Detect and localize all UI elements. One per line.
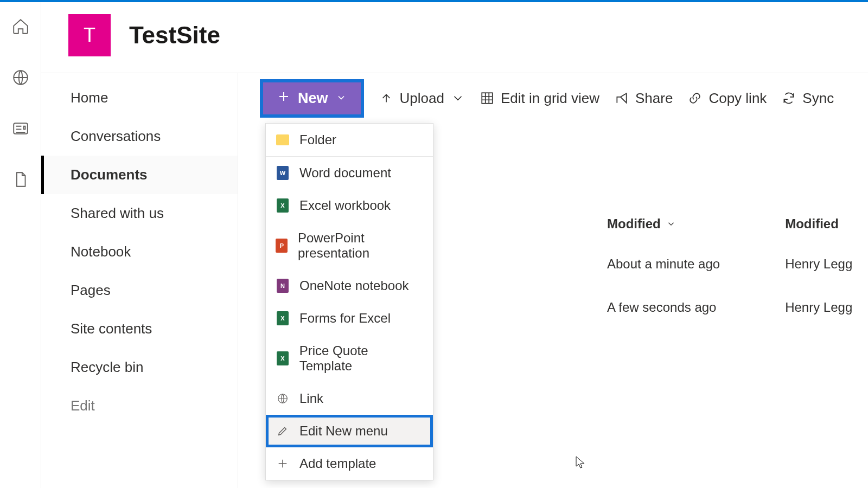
sidenav-item-site-contents[interactable]: Site contents (41, 310, 238, 348)
new-option-excel[interactable]: X Excel workbook (266, 189, 433, 222)
cell-modified-by[interactable]: Henry Legg (785, 300, 852, 318)
chevron-down-icon (336, 90, 347, 107)
plus-icon (277, 90, 290, 107)
cell-modified-by[interactable]: Henry Legg (785, 256, 852, 275)
word-icon: W (276, 166, 290, 180)
site-logo[interactable]: T (68, 14, 111, 56)
new-option-template-price-quote[interactable]: X Price Quote Template (266, 335, 433, 382)
new-option-add-template[interactable]: Add template (266, 447, 433, 480)
sidenav-item-notebook[interactable]: Notebook (41, 233, 238, 271)
plus-icon (276, 457, 290, 471)
share-label: Share (635, 90, 673, 107)
new-option-word[interactable]: W Word document (266, 157, 433, 189)
cell-modified[interactable]: A few seconds ago (607, 300, 720, 318)
site-title[interactable]: TestSite (129, 22, 220, 49)
new-button-highlight: New (260, 79, 364, 118)
new-option-folder[interactable]: Folder (266, 124, 433, 157)
sidenav: Home Conversations Documents Shared with… (41, 73, 238, 488)
opt-label: Edit New menu (299, 423, 388, 439)
sync-label: Sync (802, 90, 834, 107)
chevron-down-icon (666, 219, 676, 229)
grid-label: Edit in grid view (501, 90, 599, 107)
site-header: T TestSite (41, 2, 868, 73)
new-option-forms[interactable]: X Forms for Excel (266, 302, 433, 335)
excel-icon: X (276, 198, 290, 213)
globe-icon (276, 391, 290, 406)
col-label: Modified (785, 216, 839, 232)
opt-label: Link (299, 391, 323, 406)
new-button-label: New (298, 90, 328, 107)
edit-in-grid-button[interactable]: Edit in grid view (480, 90, 599, 107)
column-modified[interactable]: Modified (607, 216, 676, 232)
opt-label: Word document (299, 165, 391, 181)
excel-icon: X (276, 351, 290, 365)
col-label: Modified (607, 216, 661, 232)
sidenav-item-pages[interactable]: Pages (41, 271, 238, 310)
cell-modified[interactable]: About a minute ago (607, 256, 720, 275)
new-option-edit-menu[interactable]: Edit New menu (266, 415, 433, 447)
opt-label: PowerPoint presentation (298, 230, 423, 261)
opt-label: OneNote notebook (299, 278, 409, 293)
globe-icon[interactable] (11, 68, 30, 89)
command-bar: New Upload Edit in grid view (260, 83, 868, 113)
sidenav-edit-link[interactable]: Edit (41, 387, 238, 414)
upload-label: Upload (400, 90, 444, 107)
opt-label: Excel workbook (299, 198, 391, 213)
sidenav-item-documents[interactable]: Documents (41, 156, 238, 194)
column-modified-by[interactable]: Modified (785, 216, 839, 232)
excel-icon: X (276, 311, 290, 325)
app-leftrail (0, 2, 41, 488)
upload-button[interactable]: Upload (379, 90, 465, 107)
new-option-powerpoint[interactable]: P PowerPoint presentation (266, 222, 433, 269)
copy-link-button[interactable]: Copy link (688, 90, 767, 107)
copy-label: Copy link (709, 90, 767, 107)
news-icon[interactable] (11, 119, 30, 140)
chevron-down-icon (451, 91, 465, 105)
pencil-icon (276, 424, 290, 438)
share-button[interactable]: Share (615, 90, 673, 107)
cursor-icon (576, 456, 586, 470)
sidenav-item-recycle-bin[interactable]: Recycle bin (41, 348, 238, 387)
sync-button[interactable]: Sync (782, 90, 834, 107)
new-option-link[interactable]: Link (266, 382, 433, 415)
onenote-icon: N (276, 279, 290, 293)
opt-label: Forms for Excel (299, 311, 391, 326)
opt-label: Add template (299, 456, 376, 471)
new-dropdown: Folder W Word document X Excel workbook … (265, 123, 433, 480)
sidenav-item-home[interactable]: Home (41, 79, 238, 117)
home-icon[interactable] (11, 17, 30, 38)
document-area: New Upload Edit in grid view (238, 73, 868, 488)
folder-icon (276, 133, 290, 147)
powerpoint-icon: P (276, 239, 288, 253)
new-option-onenote[interactable]: N OneNote notebook (266, 269, 433, 302)
opt-label: Price Quote Template (299, 343, 423, 374)
sidenav-item-conversations[interactable]: Conversations (41, 117, 238, 156)
opt-label: Folder (299, 132, 336, 147)
document-icon[interactable] (11, 170, 30, 191)
sidenav-item-shared[interactable]: Shared with us (41, 194, 238, 233)
svg-rect-2 (482, 93, 493, 104)
new-button[interactable]: New (263, 82, 361, 114)
